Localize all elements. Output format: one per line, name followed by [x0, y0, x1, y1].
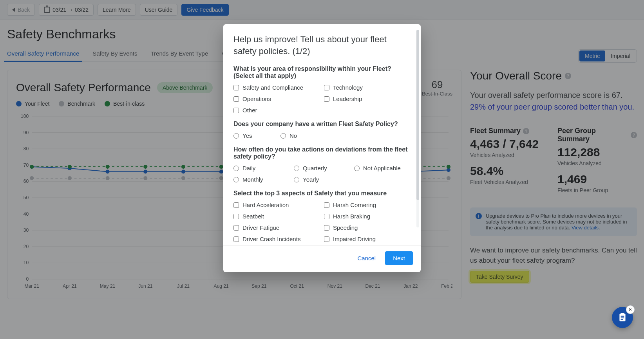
opt-impaired-driving[interactable]: Impaired Driving — [324, 236, 411, 242]
opt-monthly[interactable]: Monthly — [233, 176, 290, 183]
question-deviation-frequency: How often do you take actions on deviati… — [233, 146, 411, 160]
opt-safety-compliance[interactable]: Safety and Compliance — [233, 84, 320, 91]
clipboard-icon — [617, 312, 628, 323]
fab-badge: 8 — [626, 305, 635, 314]
survey-modal: Help us improve! Tell us about your flee… — [223, 24, 421, 272]
opt-harsh-braking[interactable]: Harsh Braking — [324, 213, 411, 220]
opt-hard-acceleration[interactable]: Hard Acceleration — [233, 202, 320, 208]
opt-daily[interactable]: Daily — [233, 165, 290, 171]
opt-operations[interactable]: Operations — [233, 96, 320, 102]
question-written-policy: Does your company have a written Fleet S… — [233, 121, 411, 128]
opt-yes[interactable]: Yes — [233, 132, 277, 139]
next-button[interactable]: Next — [385, 251, 413, 265]
q2-options: Yes No — [233, 132, 411, 139]
opt-quarterly[interactable]: Quarterly — [294, 165, 350, 171]
opt-not-applicable[interactable]: Not Applicable — [354, 165, 411, 171]
svg-rect-71 — [621, 313, 624, 314]
opt-speeding[interactable]: Speeding — [324, 224, 411, 231]
opt-other[interactable]: Other — [233, 107, 320, 114]
question-top3-aspects: Select the top 3 aspects of Safety that … — [233, 190, 411, 197]
cancel-button[interactable]: Cancel — [353, 251, 380, 265]
opt-harsh-cornering[interactable]: Harsh Cornering — [324, 202, 411, 208]
modal-scrollbar[interactable] — [416, 30, 419, 227]
q1-options: Safety and Compliance Technology Operati… — [233, 84, 411, 114]
modal-footer: Cancel Next — [223, 245, 421, 272]
question-responsibility: What is your area of responsibility with… — [233, 65, 411, 79]
opt-seatbelt[interactable]: Seatbelt — [233, 213, 320, 220]
help-fab[interactable]: 8 — [612, 307, 633, 328]
opt-yearly[interactable]: Yearly — [294, 176, 350, 183]
opt-technology[interactable]: Technology — [324, 84, 411, 91]
opt-driver-crash-incidents[interactable]: Driver Crash Incidents — [233, 236, 320, 242]
opt-driver-fatigue[interactable]: Driver Fatigue — [233, 224, 320, 231]
modal-title: Help us improve! Tell us about your flee… — [233, 34, 411, 57]
q4-options: Hard Acceleration Harsh Cornering Seatbe… — [233, 202, 411, 242]
opt-leadership[interactable]: Leadership — [324, 96, 411, 102]
opt-no[interactable]: No — [280, 132, 324, 139]
q3-options: Daily Quarterly Not Applicable Monthly Y… — [233, 165, 411, 183]
